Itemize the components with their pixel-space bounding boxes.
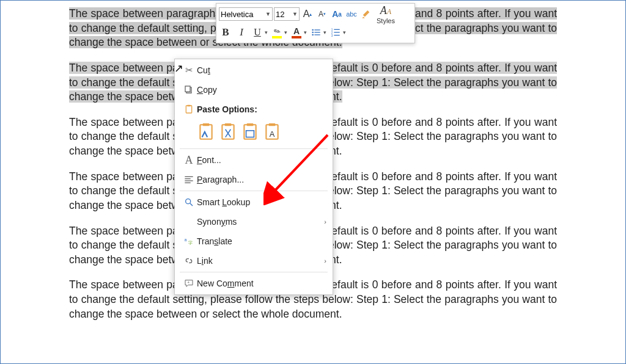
menu-separator	[180, 148, 328, 149]
new-comment-menu-item[interactable]: + New Comment	[175, 274, 333, 293]
bold-button[interactable]: B	[219, 25, 232, 40]
paste-keep-source-button[interactable]	[197, 122, 215, 142]
svg-rect-18	[222, 125, 234, 139]
copy-menu-item[interactable]: Copy	[175, 80, 333, 100]
svg-rect-9	[334, 32, 339, 32]
chevron-down-icon[interactable]: ▾	[323, 29, 326, 35]
menu-label: Copy	[197, 85, 308, 95]
decrease-font-size-button[interactable]: A▾	[315, 7, 329, 21]
chevron-right-icon: ›	[324, 257, 326, 264]
svg-text:a: a	[185, 238, 187, 242]
font-size-select[interactable]: 12 ▼	[274, 7, 300, 21]
chevron-down-icon[interactable]: ▾	[265, 29, 268, 35]
underline-button[interactable]: U	[251, 25, 264, 40]
svg-text:+: +	[187, 280, 190, 285]
font-name-select[interactable]: Helvetica ▼	[219, 7, 273, 21]
context-menu: ✂ Cut Copy Paste Options: A A Font...	[174, 59, 333, 295]
paste-merge-button[interactable]	[219, 122, 237, 142]
svg-rect-24	[269, 123, 276, 126]
svg-text:字: 字	[188, 241, 193, 245]
menu-label: Paragraph...	[197, 175, 308, 184]
svg-rect-26	[185, 177, 193, 177]
paste-text-only-button[interactable]: A	[263, 122, 281, 142]
font-size-value: 12	[276, 10, 284, 19]
cut-menu-item[interactable]: ✂ Cut	[175, 60, 333, 80]
translate-menu-item[interactable]: a字 Translate	[175, 231, 333, 251]
svg-rect-22	[246, 131, 254, 137]
svg-rect-7	[334, 29, 339, 30]
smart-lookup-menu-item[interactable]: Smart Lookup	[175, 192, 333, 212]
svg-rect-17	[203, 123, 210, 126]
chevron-down-icon[interactable]: ▾	[284, 29, 287, 35]
font-color-button[interactable]: A	[290, 25, 303, 40]
svg-rect-29	[185, 183, 190, 183]
chevron-down-icon: ▼	[265, 11, 271, 17]
synonyms-menu-item[interactable]: Synonyms ›	[175, 212, 333, 231]
svg-point-2	[312, 32, 314, 34]
styles-button[interactable]: AA Styles	[374, 4, 397, 24]
translate-icon: a字	[181, 236, 197, 246]
highlight-color-button[interactable]: ✎	[270, 25, 284, 40]
menu-label: New Comment	[197, 278, 308, 288]
svg-rect-5	[314, 34, 320, 35]
paste-options-header: Paste Options:	[175, 100, 333, 119]
svg-rect-28	[185, 180, 193, 181]
paragraph-menu-item[interactable]: Paragraph...	[175, 170, 333, 189]
chevron-down-icon: ▼	[292, 11, 298, 17]
styles-label: Styles	[377, 17, 395, 24]
clear-formatting-button[interactable]: abc	[345, 7, 358, 21]
svg-rect-15	[187, 105, 190, 107]
svg-rect-14	[186, 106, 191, 113]
search-icon	[181, 197, 197, 207]
menu-label: Translate	[197, 236, 308, 246]
clipboard-icon	[181, 104, 197, 115]
change-case-button[interactable]: Aa	[330, 7, 344, 21]
font-icon: A	[181, 154, 197, 167]
mini-toolbar: Helvetica ▼ 12 ▼ A▴ A▾ Aa abc AA Styles …	[216, 3, 415, 43]
menu-label: Cut	[197, 65, 308, 75]
italic-button[interactable]: I	[235, 25, 248, 40]
menu-label: Paste Options:	[197, 104, 308, 114]
chevron-down-icon[interactable]: ▾	[304, 29, 307, 35]
menu-label: Font...	[197, 155, 308, 165]
paragraph-icon	[181, 175, 197, 184]
svg-line-31	[190, 203, 193, 206]
format-painter-button[interactable]	[359, 7, 373, 21]
font-menu-item[interactable]: A Font...	[175, 150, 333, 170]
copy-icon	[181, 85, 197, 95]
svg-rect-11	[334, 35, 339, 35]
menu-label: Link	[197, 256, 308, 266]
svg-point-30	[186, 199, 191, 204]
svg-text:3: 3	[331, 34, 333, 37]
link-menu-item[interactable]: Link ›	[175, 251, 333, 271]
menu-label: Synonyms	[197, 217, 308, 227]
svg-rect-19	[225, 123, 232, 126]
numbering-button[interactable]: 123	[329, 25, 342, 40]
comment-icon: +	[181, 278, 197, 288]
menu-label: Smart Lookup	[197, 197, 308, 207]
increase-font-size-button[interactable]: A▴	[301, 7, 314, 21]
svg-point-0	[312, 29, 314, 31]
svg-rect-21	[247, 123, 254, 126]
link-icon	[181, 256, 197, 266]
cursor-icon: ↖	[174, 62, 183, 75]
svg-rect-1	[314, 29, 320, 30]
bullets-button[interactable]	[309, 25, 323, 40]
menu-separator	[180, 272, 328, 272]
svg-rect-3	[314, 32, 320, 32]
svg-rect-13	[185, 86, 190, 92]
paste-options-row: A	[175, 119, 333, 147]
chevron-right-icon: ›	[324, 218, 326, 225]
svg-text:A: A	[270, 129, 275, 139]
menu-separator	[180, 191, 328, 191]
svg-point-4	[312, 34, 314, 36]
paste-picture-button[interactable]	[241, 122, 259, 142]
svg-rect-27	[185, 178, 190, 179]
chevron-down-icon[interactable]: ▾	[343, 29, 346, 35]
font-name-value: Helvetica	[221, 10, 253, 19]
